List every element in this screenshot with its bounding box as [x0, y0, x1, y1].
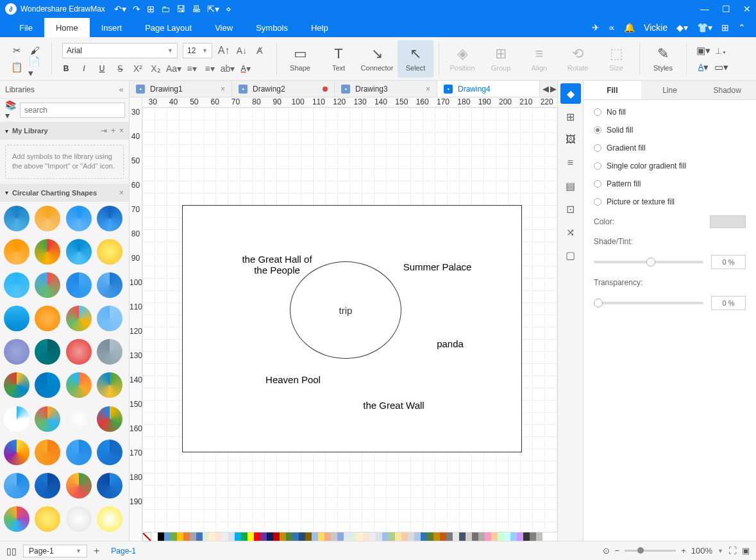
- color-swatch[interactable]: [401, 532, 408, 541]
- library-shape[interactable]: [35, 372, 60, 398]
- doc-tab[interactable]: ▪Drawing2: [232, 81, 335, 97]
- color-swatch[interactable]: [421, 532, 427, 541]
- import-icon[interactable]: ⇥: [101, 126, 107, 135]
- color-swatch[interactable]: [363, 532, 369, 541]
- redo-icon[interactable]: ↷: [133, 4, 140, 14]
- center-circle[interactable]: trip: [290, 261, 401, 359]
- add-page-icon[interactable]: +: [94, 545, 99, 557]
- save-icon[interactable]: 🖫: [176, 4, 185, 14]
- color-swatch[interactable]: [171, 532, 177, 541]
- color-swatch[interactable]: [248, 532, 254, 541]
- color-swatch[interactable]: [331, 532, 337, 541]
- color-swatch[interactable]: [254, 532, 260, 541]
- color-swatch[interactable]: [203, 532, 209, 541]
- color-swatch[interactable]: [510, 532, 517, 541]
- color-swatch[interactable]: [312, 532, 318, 541]
- zoom-out-icon[interactable]: −: [615, 546, 620, 556]
- diagram-label[interactable]: the Great Hall of the People: [219, 254, 335, 276]
- fill-option-radio[interactable]: Gradient fill: [594, 144, 746, 152]
- library-shape[interactable]: [97, 372, 122, 398]
- shape-button[interactable]: ▭Shape: [282, 40, 318, 78]
- fit-page-icon[interactable]: ⛶: [728, 546, 737, 556]
- library-shape[interactable]: [35, 306, 60, 331]
- color-swatch[interactable]: [318, 532, 324, 541]
- fill-option-radio[interactable]: Single color gradient fill: [594, 161, 746, 170]
- shade-slider[interactable]: [594, 261, 703, 263]
- minimize-icon[interactable]: —: [700, 4, 709, 14]
- color-swatch[interactable]: [433, 532, 440, 541]
- library-shape[interactable]: [66, 272, 92, 298]
- increase-font-icon[interactable]: A↑: [217, 44, 230, 57]
- premium-icon[interactable]: ◆▾: [676, 22, 688, 33]
- my-library-section[interactable]: ▾ My Library ⇥ + ×: [0, 122, 129, 140]
- qat-more-icon[interactable]: ⋄: [226, 4, 231, 14]
- open-icon[interactable]: 🗀: [161, 4, 170, 14]
- color-swatch[interactable]: [478, 532, 485, 541]
- library-shape[interactable]: [35, 272, 60, 298]
- grid-tab-icon[interactable]: ⊞: [560, 106, 581, 127]
- library-shape[interactable]: [66, 306, 92, 331]
- format-painter-icon[interactable]: 🖌: [28, 44, 41, 57]
- align-button[interactable]: ≡Align: [521, 40, 557, 78]
- fill-option-radio[interactable]: Pattern fill: [594, 179, 746, 188]
- menu-view[interactable]: View: [203, 18, 244, 37]
- library-shape[interactable]: [66, 339, 92, 365]
- library-shape[interactable]: [4, 372, 29, 398]
- highlight-icon[interactable]: ab▾: [221, 62, 234, 75]
- library-shape[interactable]: [66, 440, 92, 465]
- user-name[interactable]: Vickie: [644, 22, 668, 33]
- fill-option-radio[interactable]: Solid fill: [594, 126, 746, 135]
- decrease-font-icon[interactable]: A↓: [235, 44, 248, 57]
- close-section-icon[interactable]: ×: [119, 188, 124, 197]
- fill-option-radio[interactable]: No fill: [594, 108, 746, 117]
- library-shape[interactable]: [66, 473, 92, 498]
- line-spacing-icon[interactable]: ≡▾: [203, 62, 216, 75]
- tab-prev-icon[interactable]: ◀: [542, 84, 549, 94]
- maximize-icon[interactable]: ☐: [722, 4, 730, 14]
- library-shape[interactable]: [35, 406, 60, 432]
- color-swatch[interactable]: [382, 532, 389, 541]
- color-swatch[interactable]: [517, 532, 523, 541]
- color-swatch[interactable]: [357, 532, 363, 541]
- close-tab-icon[interactable]: ×: [426, 85, 430, 94]
- library-shape[interactable]: [4, 406, 29, 432]
- doc-tab[interactable]: ▪Drawing1×: [130, 81, 232, 97]
- page-tab[interactable]: Page-1: [106, 547, 141, 556]
- clear-format-icon[interactable]: A̸: [253, 44, 266, 57]
- diagram-label[interactable]: the Great Wall: [342, 400, 445, 411]
- new-icon[interactable]: ⊞: [147, 4, 155, 14]
- library-shape[interactable]: [97, 440, 122, 465]
- page-selector[interactable]: Page-1▼: [23, 545, 87, 557]
- close-icon[interactable]: ✕: [743, 4, 751, 14]
- color-swatch[interactable]: [196, 532, 203, 541]
- color-swatch[interactable]: [466, 532, 472, 541]
- color-swatch[interactable]: [408, 532, 414, 541]
- color-swatch[interactable]: [453, 532, 459, 541]
- rotate-button[interactable]: ⟲Rotate: [560, 40, 596, 78]
- bullets-icon[interactable]: ≡▾: [185, 62, 198, 75]
- styles-button[interactable]: ✎Styles: [645, 40, 681, 78]
- transparency-slider[interactable]: [594, 302, 703, 304]
- export-icon[interactable]: ⇱▾: [207, 4, 219, 14]
- add-icon[interactable]: +: [111, 126, 115, 135]
- fit-width-icon[interactable]: ▣: [742, 546, 750, 556]
- cut-icon[interactable]: ✂: [10, 44, 23, 57]
- library-shape[interactable]: [4, 473, 29, 498]
- color-swatch[interactable]: [260, 532, 267, 541]
- library-shape[interactable]: [35, 206, 60, 231]
- color-swatch[interactable]: [299, 532, 305, 541]
- share-icon[interactable]: ∝: [609, 22, 615, 33]
- library-shape[interactable]: [4, 339, 29, 365]
- case-icon[interactable]: Aa▾: [167, 62, 180, 75]
- color-picker[interactable]: [710, 215, 746, 228]
- color-swatch[interactable]: [395, 532, 401, 541]
- zoom-in-icon[interactable]: +: [681, 546, 686, 556]
- strike-icon[interactable]: S̶: [113, 62, 126, 75]
- color-swatch[interactable]: [158, 532, 164, 541]
- color-swatch[interactable]: [222, 532, 228, 541]
- color-swatch[interactable]: [177, 532, 183, 541]
- page-tab-icon[interactable]: ▤: [560, 176, 581, 196]
- bold-icon[interactable]: B: [60, 62, 72, 75]
- color-swatch[interactable]: [280, 532, 286, 541]
- collapse-libraries-icon[interactable]: «: [119, 85, 124, 94]
